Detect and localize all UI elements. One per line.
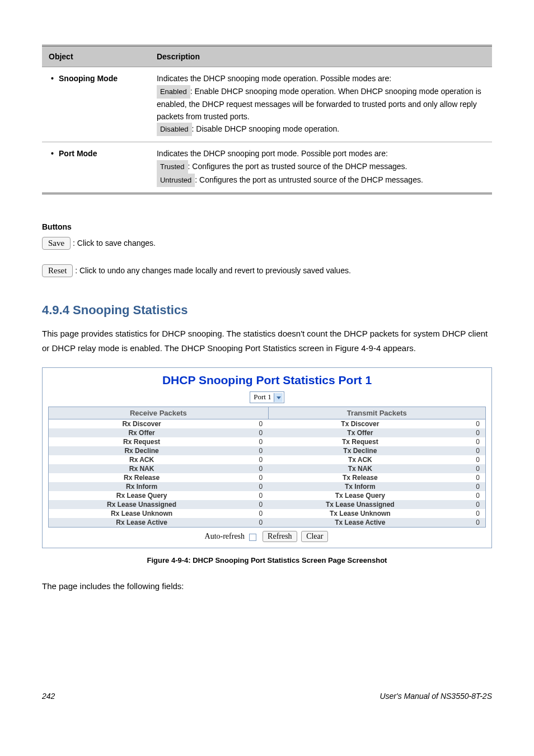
stats-title: DHCP Snooping Port Statistics Port 1 — [43, 374, 491, 387]
tx-value: 0 — [452, 437, 486, 446]
tx-value: 0 — [452, 491, 486, 500]
stats-row: Rx Discover0Tx Discover0 — [49, 419, 486, 429]
row-label: Port Mode — [49, 148, 143, 160]
tx-label: Tx Lease Active — [268, 518, 452, 528]
tx-label: Tx Release — [268, 473, 452, 482]
tx-label: Tx Lease Unassigned — [268, 500, 452, 509]
rx-value: 0 — [235, 500, 268, 509]
col-description-header: Description — [150, 46, 492, 67]
stats-row: Rx Request0Tx Request0 — [49, 437, 486, 446]
tx-value: 0 — [452, 473, 486, 482]
tx-value: 0 — [452, 500, 486, 509]
rx-label: Rx Lease Unknown — [49, 509, 235, 518]
transmit-packets-header: Transmit Packets — [268, 407, 485, 419]
row-description: Indicates the DHCP snooping port mode. P… — [150, 142, 492, 194]
rx-value: 0 — [235, 428, 268, 437]
rx-value: 0 — [235, 419, 268, 429]
page-footer: 242User's Manual of NS3550-8T-2S — [42, 692, 492, 701]
stats-row: Rx NAK0Tx NAK0 — [49, 464, 486, 473]
auto-refresh-label: Auto-refresh — [205, 532, 245, 540]
rx-label: Rx Release — [49, 473, 235, 482]
dhcp-snooping-stats-panel: DHCP Snooping Port Statistics Port 1 Por… — [42, 367, 492, 548]
rx-value: 0 — [235, 446, 268, 455]
object-description-table: Object Description Snooping Mode Indicat… — [42, 45, 492, 194]
tx-value: 0 — [452, 509, 486, 518]
rx-value: 0 — [235, 455, 268, 464]
tx-value: 0 — [452, 518, 486, 528]
rx-value: 0 — [235, 518, 268, 528]
option-disabled: Disabled — [157, 123, 192, 136]
stats-row: Rx Offer0Tx Offer0 — [49, 428, 486, 437]
save-description: : Click to save changes. — [73, 239, 156, 248]
option-enabled: Enabled — [157, 85, 190, 99]
table-row: Port Mode Indicates the DHCP snooping po… — [42, 142, 492, 194]
section-intro: This page provides statistics for DHCP s… — [42, 326, 492, 355]
rx-value: 0 — [235, 491, 268, 500]
reset-button[interactable]: Reset — [42, 264, 73, 277]
stats-row: Rx Inform0Tx Inform0 — [49, 482, 486, 491]
tx-label: Tx NAK — [268, 464, 452, 473]
rx-label: Rx Inform — [49, 482, 235, 491]
figure-caption: Figure 4-9-4: DHCP Snooping Port Statist… — [42, 556, 492, 564]
rx-value: 0 — [235, 473, 268, 482]
stats-grid: Receive Packets Transmit Packets Rx Disc… — [48, 407, 486, 528]
receive-packets-header: Receive Packets — [49, 407, 269, 419]
stats-row: Rx ACK0Tx ACK0 — [49, 455, 486, 464]
rx-value: 0 — [235, 482, 268, 491]
tx-label: Tx Lease Query — [268, 491, 452, 500]
stats-row: Rx Decline0Tx Decline0 — [49, 446, 486, 455]
tx-label: Tx Request — [268, 437, 452, 446]
rx-label: Rx Request — [49, 437, 235, 446]
section-heading: 4.9.4 Snooping Statistics — [42, 303, 492, 318]
rx-label: Rx ACK — [49, 455, 235, 464]
tx-value: 0 — [452, 419, 486, 429]
tx-label: Tx Discover — [268, 419, 452, 429]
rx-value: 0 — [235, 464, 268, 473]
row-description: Indicates the DHCP snooping mode operati… — [150, 67, 492, 142]
stats-row: Rx Lease Query0Tx Lease Query0 — [49, 491, 486, 500]
stats-row: Rx Release0Tx Release0 — [49, 473, 486, 482]
chevron-down-icon — [274, 393, 283, 402]
table-row: Snooping Mode Indicates the DHCP snoopin… — [42, 67, 492, 142]
tx-value: 0 — [452, 455, 486, 464]
row-label: Snooping Mode — [49, 73, 143, 85]
save-button[interactable]: Save — [42, 237, 71, 250]
tx-value: 0 — [452, 446, 486, 455]
tx-label: Tx Inform — [268, 482, 452, 491]
rx-label: Rx Decline — [49, 446, 235, 455]
rx-label: Rx Discover — [49, 419, 235, 429]
rx-label: Rx Lease Unassigned — [49, 500, 235, 509]
reset-description: : Click to undo any changes made locally… — [75, 266, 351, 275]
refresh-button[interactable]: Refresh — [263, 531, 297, 542]
tx-label: Tx Lease Unknown — [268, 509, 452, 518]
buttons-heading: Buttons — [42, 222, 492, 231]
stats-row: Rx Lease Active0Tx Lease Active0 — [49, 518, 486, 528]
stats-row: Rx Lease Unassigned0Tx Lease Unassigned0 — [49, 500, 486, 509]
option-trusted: Trusted — [157, 160, 188, 174]
rx-label: Rx Lease Active — [49, 518, 235, 528]
tx-label: Tx Decline — [268, 446, 452, 455]
fields-intro: The page includes the following fields: — [42, 581, 492, 591]
tx-value: 0 — [452, 428, 486, 437]
tx-value: 0 — [452, 482, 486, 491]
rx-value: 0 — [235, 437, 268, 446]
tx-value: 0 — [452, 464, 486, 473]
rx-label: Rx Lease Query — [49, 491, 235, 500]
auto-refresh-checkbox[interactable] — [249, 534, 256, 541]
col-object-header: Object — [42, 46, 150, 67]
rx-label: Rx NAK — [49, 464, 235, 473]
tx-label: Tx ACK — [268, 455, 452, 464]
port-select[interactable]: Port 1 — [250, 391, 284, 403]
stats-row: Rx Lease Unknown0Tx Lease Unknown0 — [49, 509, 486, 518]
rx-value: 0 — [235, 509, 268, 518]
option-untrusted: Untrusted — [157, 174, 195, 187]
rx-label: Rx Offer — [49, 428, 235, 437]
tx-label: Tx Offer — [268, 428, 452, 437]
clear-button[interactable]: Clear — [301, 531, 328, 542]
